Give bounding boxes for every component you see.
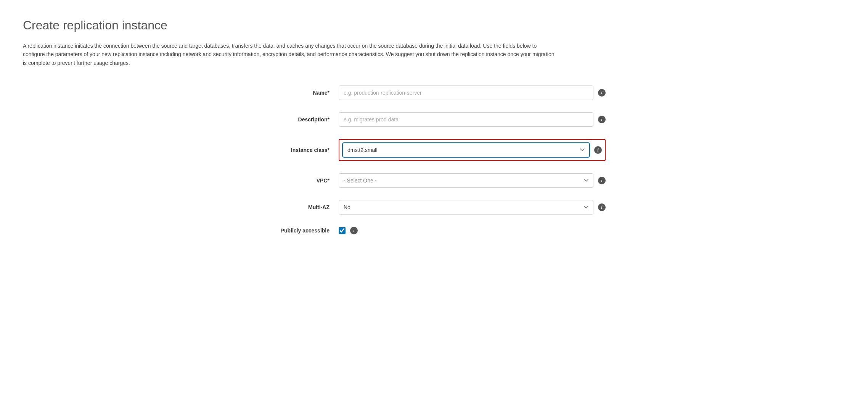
multi-az-field-wrapper: No Yes i xyxy=(339,200,606,215)
vpc-select[interactable]: - Select One - xyxy=(339,173,593,188)
name-row: Name* i xyxy=(262,86,606,100)
description-field-wrapper: i xyxy=(339,112,606,127)
publicly-accessible-checkbox[interactable] xyxy=(339,227,346,234)
instance-class-row: Instance class* dms.t2.small dms.t2.medi… xyxy=(262,139,606,161)
name-input[interactable] xyxy=(339,86,593,100)
publicly-accessible-info-icon[interactable]: i xyxy=(350,227,358,234)
multi-az-info-icon[interactable]: i xyxy=(598,203,606,211)
vpc-row: VPC* - Select One - i xyxy=(262,173,606,188)
page-description: A replication instance initiates the con… xyxy=(23,42,557,67)
form-container: Name* i Description* i Instance class* d… xyxy=(262,86,606,234)
instance-class-label: Instance class* xyxy=(262,147,339,153)
name-info-icon[interactable]: i xyxy=(598,89,606,97)
instance-class-select[interactable]: dms.t2.small dms.t2.medium dms.t2.large … xyxy=(342,143,590,157)
description-info-icon[interactable]: i xyxy=(598,116,606,123)
multi-az-label: Multi-AZ xyxy=(262,204,339,210)
name-label: Name* xyxy=(262,90,339,96)
publicly-accessible-label: Publicly accessible xyxy=(262,227,339,234)
instance-class-field-wrapper: dms.t2.small dms.t2.medium dms.t2.large … xyxy=(339,139,606,161)
name-field-wrapper: i xyxy=(339,86,606,100)
instance-class-info-icon[interactable]: i xyxy=(594,146,602,154)
vpc-info-icon[interactable]: i xyxy=(598,177,606,184)
publicly-accessible-row: Publicly accessible i xyxy=(262,227,606,234)
publicly-accessible-checkbox-wrapper xyxy=(339,227,346,234)
multi-az-row: Multi-AZ No Yes i xyxy=(262,200,606,215)
description-input[interactable] xyxy=(339,112,593,127)
description-row: Description* i xyxy=(262,112,606,127)
publicly-accessible-field-wrapper: i xyxy=(339,227,606,234)
vpc-label: VPC* xyxy=(262,177,339,184)
page-title: Create replication instance xyxy=(23,18,845,32)
description-label: Description* xyxy=(262,116,339,123)
vpc-field-wrapper: - Select One - i xyxy=(339,173,606,188)
multi-az-select[interactable]: No Yes xyxy=(339,200,593,215)
